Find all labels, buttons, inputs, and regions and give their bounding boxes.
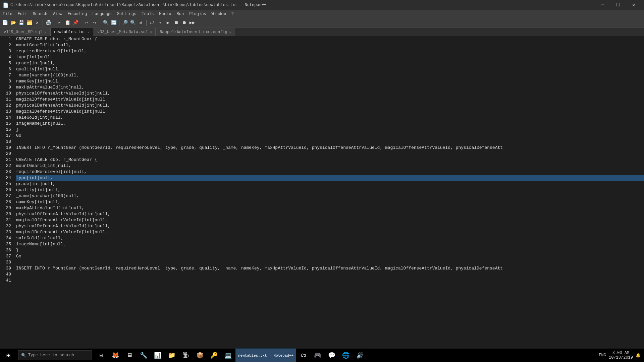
app5-icon[interactable]: 📁 xyxy=(165,349,178,362)
notification-icon[interactable]: 🔔 xyxy=(636,353,641,358)
app9-icon[interactable]: 💻 xyxy=(221,349,235,362)
table-row: CREATE TABLE dbo. r_MountGear { xyxy=(16,36,644,42)
line-number: 36 xyxy=(3,247,11,253)
table-row: } xyxy=(16,247,644,253)
line-number: 35 xyxy=(3,241,11,247)
code-area[interactable]: CREATE TABLE dbo. r_MountGear {mountGear… xyxy=(14,36,644,355)
zoom-out-button[interactable]: 🔍 xyxy=(129,19,137,26)
app4-icon[interactable]: 📊 xyxy=(151,349,164,362)
tab-close-v33[interactable]: ✕ xyxy=(150,30,152,34)
table-row: saleGold[int]null, xyxy=(16,235,644,241)
table-row: CREATE TABLE dbo. r_MountGear { xyxy=(16,157,644,163)
menu-search[interactable]: Search xyxy=(30,10,50,18)
line-number: 39 xyxy=(3,265,11,272)
table-row: _name[varchar](100)null, xyxy=(16,193,644,199)
print-button[interactable]: 🖨️ xyxy=(45,19,52,26)
zoom-in-button[interactable]: 🔎 xyxy=(121,19,128,26)
app8-icon[interactable]: 🔑 xyxy=(207,349,221,362)
menu-run[interactable]: Run xyxy=(174,10,187,18)
close-button2[interactable]: ✕ xyxy=(34,19,41,26)
tab-close-config[interactable]: ✕ xyxy=(229,30,231,34)
taskbar: ⊞ 🔍 Type here to search ⊟ 🦊 🖥 🔧 📊 📁 🗜 📦 … xyxy=(0,349,644,362)
redo-button[interactable]: ↪ xyxy=(91,19,98,26)
app13-icon[interactable]: 🌐 xyxy=(339,349,353,362)
task-view-button[interactable]: ⊟ xyxy=(95,349,108,362)
table-row: magicalDefenseAttrValueId[int]null, xyxy=(16,109,644,115)
cut-button[interactable]: ✂️ xyxy=(56,19,63,26)
start-button[interactable]: ⊞ xyxy=(0,349,17,362)
app12-icon[interactable]: 💬 xyxy=(325,349,338,362)
copy-button[interactable]: 📋 xyxy=(64,19,71,26)
table-row: type[int]null, xyxy=(16,54,644,60)
paste-button[interactable]: 📌 xyxy=(72,19,79,26)
tab-close-newtables[interactable]: ✕ xyxy=(88,30,90,34)
app14-icon[interactable]: 🔊 xyxy=(353,349,367,362)
macro-play-button[interactable]: ▶ xyxy=(164,19,172,26)
tab-newtables[interactable]: newtables.txt ✕ xyxy=(50,28,93,36)
table-row: INSERT INTO r_MountGear (mountGearId, re… xyxy=(16,265,644,272)
table-row xyxy=(16,139,644,145)
app7-icon[interactable]: 📦 xyxy=(193,349,207,362)
menu-plugins[interactable]: Plugins xyxy=(186,10,209,18)
line-number: 29 xyxy=(3,205,11,211)
line-number: 32 xyxy=(3,223,11,229)
tab-config[interactable]: RappelzAutoInsert.exe.config ✕ xyxy=(156,28,235,36)
macro-rec-button[interactable]: ⏺ xyxy=(180,19,188,26)
macro-stop-button[interactable]: ⏹ xyxy=(172,19,180,26)
menu-macro[interactable]: Macro xyxy=(157,10,174,18)
open-button[interactable]: 📂 xyxy=(9,19,17,26)
tab-v119[interactable]: v119_User_SP.sql ✕ xyxy=(0,28,50,36)
close-button[interactable]: ✕ xyxy=(626,0,641,10)
menu-encoding[interactable]: Encoding xyxy=(65,10,90,18)
menu-file[interactable]: File xyxy=(0,10,15,18)
menu-edit[interactable]: Edit xyxy=(15,10,30,18)
putty-icon[interactable]: 🖥 xyxy=(123,349,136,362)
tab-v33[interactable]: v33_User_MetaData.sql ✕ xyxy=(94,28,156,36)
line-number: 17 xyxy=(3,133,11,139)
app11-icon[interactable]: 🎮 xyxy=(311,349,324,362)
editor-container: 1234567891011121314151617181920212223242… xyxy=(0,36,644,355)
tab-close-v119[interactable]: ✕ xyxy=(44,30,46,34)
replace-button[interactable]: 🔄 xyxy=(110,19,117,26)
save-all-button[interactable]: 🗂️ xyxy=(25,19,33,26)
line-number: 12 xyxy=(3,103,11,109)
table-row xyxy=(16,259,644,265)
app10-icon[interactable]: 🗂 xyxy=(297,349,310,362)
menu-window[interactable]: Window xyxy=(209,10,229,18)
table-row: quality[int]null, xyxy=(16,66,644,72)
taskbar-date: 10/18/2019 xyxy=(609,355,633,360)
line-number: 37 xyxy=(3,253,11,259)
wrap-button[interactable]: ⮐ xyxy=(148,19,156,26)
save-button[interactable]: 💾 xyxy=(17,19,25,26)
menu-tools[interactable]: Tools xyxy=(139,10,156,18)
new-button[interactable]: 📄 xyxy=(1,19,9,26)
firefox-icon[interactable]: 🦊 xyxy=(109,349,122,362)
menu-help[interactable]: ? xyxy=(229,10,236,18)
menu-view[interactable]: View xyxy=(50,10,65,18)
taskbar-search-label: Type here to search xyxy=(28,353,74,358)
macro-save-button[interactable]: ▶▶ xyxy=(189,19,196,26)
toolbar: 📄 📂 💾 🗂️ ✕ 🖨️ ✂️ 📋 📌 ↩ ↪ 🔍 🔄 🔎 🔍 ⇄ ⮐ ⇥ ▶… xyxy=(0,18,644,27)
find-button[interactable]: 🔍 xyxy=(102,19,109,26)
table-row xyxy=(16,278,644,284)
line-number: 25 xyxy=(3,181,11,187)
menu-language[interactable]: Language xyxy=(90,10,114,18)
line-number: 14 xyxy=(3,115,11,121)
search-icon: 🔍 xyxy=(21,353,26,358)
app3-icon[interactable]: 🔧 xyxy=(137,349,150,362)
toolbar-sep-2 xyxy=(54,20,54,26)
app-icon: 📄 xyxy=(3,2,8,8)
sync-button[interactable]: ⇄ xyxy=(137,19,145,26)
undo-button[interactable]: ↩ xyxy=(83,19,90,26)
menu-settings[interactable]: Settings xyxy=(114,10,139,18)
toolbar-sep-5 xyxy=(119,20,119,26)
maximize-button[interactable]: □ xyxy=(610,0,626,10)
tab-label-newtables: newtables.txt xyxy=(54,30,86,35)
indent-button[interactable]: ⇥ xyxy=(156,19,164,26)
notepadpp-taskbar-item[interactable]: newtables.txt - Notepad++ xyxy=(235,349,296,362)
line-number: 13 xyxy=(3,109,11,115)
app6-icon[interactable]: 🗜 xyxy=(179,349,193,362)
table-row xyxy=(16,151,644,157)
minimize-button[interactable]: ─ xyxy=(595,0,610,10)
taskbar-search-box[interactable]: 🔍 Type here to search xyxy=(18,350,92,360)
